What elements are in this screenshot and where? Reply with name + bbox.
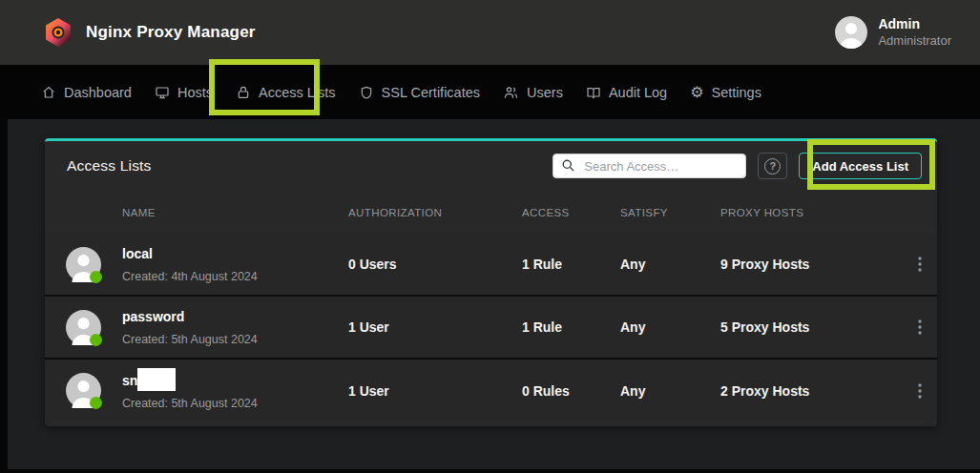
row-avatar-cell: [45, 373, 122, 408]
status-online-dot: [90, 397, 102, 409]
nav-item-label: Dashboard: [64, 85, 132, 100]
person-icon: [835, 16, 867, 49]
nav-item-label: Users: [527, 85, 563, 100]
authorization-cell: 1 User: [348, 319, 522, 335]
table-body: local Created: 4th August 2024 0 Users 1…: [45, 234, 937, 422]
access-list-name: sn: [122, 371, 137, 390]
redaction-box: [137, 368, 176, 391]
user-role: Administrator: [878, 33, 951, 49]
nav-item-label: Settings: [712, 85, 761, 100]
user-menu[interactable]: Admin Administrator: [835, 16, 951, 49]
lock-icon: [236, 85, 251, 100]
table-row[interactable]: sn Created: 5th August 2024 1 User 0 Rul…: [45, 360, 937, 422]
column-header-access: ACCESS: [522, 207, 620, 218]
access-cell: 1 Rule: [522, 319, 620, 335]
authorization-cell: 1 User: [348, 383, 522, 399]
row-name-cell: password Created: 5th August 2024: [122, 305, 348, 349]
row-menu-button[interactable]: [902, 256, 937, 273]
column-header-name: NAME: [122, 207, 348, 218]
proxy-hosts-cell: 2 Proxy Hosts: [720, 383, 902, 399]
status-online-dot: [90, 334, 102, 346]
help-button[interactable]: ?: [758, 153, 787, 179]
nav-item-users[interactable]: Users: [503, 85, 563, 100]
row-name-cell: sn Created: 5th August 2024: [122, 368, 348, 413]
nav-item-hosts[interactable]: Hosts: [155, 85, 213, 100]
access-list-name: local: [122, 244, 153, 263]
search-icon: [561, 158, 575, 173]
nav-item-settings[interactable]: ⚙ Settings: [690, 85, 761, 100]
access-cell: 0 Rules: [522, 383, 620, 399]
nginx-proxy-manager-logo: [44, 17, 73, 48]
nav-item-audit-log[interactable]: Audit Log: [586, 85, 667, 100]
nav-item-dashboard[interactable]: Dashboard: [41, 85, 132, 100]
nav-item-label: Access Lists: [259, 85, 336, 100]
nav-item-label: SSL Certificates: [382, 85, 480, 100]
proxy-hosts-cell: 5 Proxy Hosts: [720, 319, 902, 335]
column-header-authorization: AUTHORIZATION: [348, 207, 522, 218]
content-area: Access Lists ? Add Access List NAME AUTH…: [8, 119, 980, 469]
user-name: Admin: [878, 16, 951, 33]
search-box: [553, 154, 746, 178]
nav-item-label: Hosts: [177, 85, 213, 100]
avatar: [66, 373, 101, 408]
users-icon: [503, 85, 519, 100]
panel-title: Access Lists: [67, 157, 152, 175]
avatar: [66, 247, 101, 282]
created-date: Created: 5th August 2024: [122, 397, 258, 410]
app-title: Nginx Proxy Manager: [86, 23, 256, 42]
table-header-row: NAME AUTHORIZATION ACCESS SATISFY PROXY …: [45, 191, 937, 234]
access-cell: 1 Rule: [522, 257, 620, 272]
main-nav: Dashboard Hosts Access Lists SSL Certifi…: [0, 65, 980, 119]
user-avatar: [835, 16, 867, 49]
row-name-cell: local Created: 4th August 2024: [122, 242, 348, 286]
kebab-menu-icon: [913, 256, 927, 273]
gear-icon: ⚙: [690, 85, 703, 100]
created-date: Created: 5th August 2024: [122, 333, 258, 346]
row-menu-button[interactable]: [902, 382, 937, 400]
monitor-icon: [155, 85, 170, 100]
app-header: Nginx Proxy Manager Admin Administrator: [0, 0, 980, 65]
avatar: [66, 310, 101, 345]
table-row[interactable]: local Created: 4th August 2024 0 Users 1…: [45, 234, 937, 295]
kebab-menu-icon: [913, 319, 927, 336]
row-avatar-cell: [45, 247, 122, 282]
column-header-proxy-hosts: PROXY HOSTS: [720, 207, 902, 218]
status-online-dot: [90, 271, 102, 283]
nav-item-access-lists[interactable]: Access Lists: [236, 85, 336, 100]
authorization-cell: 0 Users: [348, 257, 522, 272]
row-menu-button[interactable]: [902, 319, 937, 336]
kebab-menu-icon: [913, 382, 927, 400]
home-icon: [41, 85, 56, 100]
satisfy-cell: Any: [620, 319, 720, 335]
created-date: Created: 4th August 2024: [122, 270, 258, 283]
row-avatar-cell: [45, 310, 122, 345]
nav-item-ssl-certificates[interactable]: SSL Certificates: [359, 85, 480, 100]
table-row[interactable]: password Created: 5th August 2024 1 User…: [45, 297, 937, 358]
search-input[interactable]: [553, 154, 746, 178]
satisfy-cell: Any: [620, 383, 720, 399]
access-lists-panel: Access Lists ? Add Access List NAME AUTH…: [45, 138, 937, 426]
shield-icon: [359, 85, 374, 100]
proxy-hosts-cell: 9 Proxy Hosts: [720, 257, 902, 272]
column-header-satisfy: SATISFY: [620, 207, 720, 218]
help-icon: ?: [764, 158, 781, 175]
panel-header: Access Lists ? Add Access List: [45, 141, 937, 191]
nav-item-label: Audit Log: [609, 85, 667, 100]
book-icon: [586, 85, 601, 100]
add-access-list-button[interactable]: Add Access List: [799, 153, 922, 179]
access-list-name: password: [122, 307, 184, 326]
satisfy-cell: Any: [620, 257, 720, 272]
